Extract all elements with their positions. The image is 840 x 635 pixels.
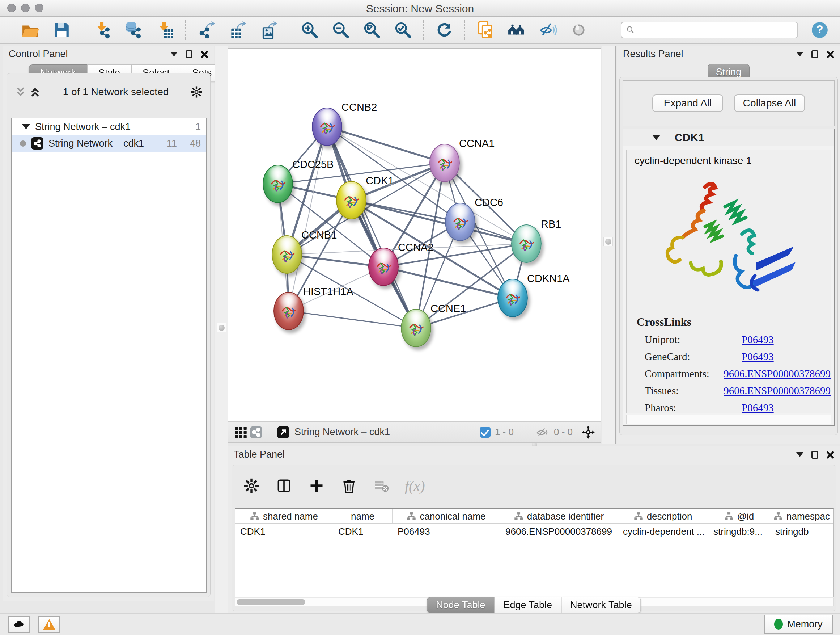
- network-node-hist1h1a[interactable]: [273, 292, 304, 330]
- table-cell[interactable]: CDK1: [235, 526, 333, 537]
- memory-button[interactable]: Memory: [764, 615, 833, 633]
- network-node-ccnb1[interactable]: [272, 235, 302, 274]
- right-splitter-handle[interactable]: [603, 237, 613, 246]
- network-tree-root-row[interactable]: String Network – cdk1 1: [12, 119, 206, 135]
- birds-eye-view-icon[interactable]: [276, 424, 291, 440]
- column-header-database-identifier[interactable]: database identifier: [500, 509, 618, 524]
- first-neighbors-button[interactable]: [507, 21, 526, 40]
- gene-collapse-icon[interactable]: [652, 135, 660, 140]
- collapse-all-button[interactable]: Collapse All: [734, 95, 805, 112]
- table-cell[interactable]: 9606.ENSP00000378699: [500, 526, 618, 537]
- left-splitter[interactable]: [215, 46, 228, 613]
- show-all-button[interactable]: [569, 21, 588, 40]
- table-panel-float-icon[interactable]: [812, 451, 818, 459]
- open-session-button[interactable]: [21, 21, 40, 40]
- grid-view-icon[interactable]: [233, 424, 248, 440]
- crosslink-link[interactable]: P06493: [742, 351, 774, 363]
- tab-network-table[interactable]: Network Table: [561, 597, 641, 613]
- collapse-all-icon[interactable]: [13, 85, 28, 99]
- crosslink-link[interactable]: 9606.ENSP00000378699: [723, 385, 831, 397]
- control-panel-float-icon[interactable]: [186, 50, 193, 58]
- clone-network-button[interactable]: [476, 21, 495, 40]
- delete-column-icon[interactable]: [340, 477, 358, 495]
- table-panel-close-icon[interactable]: [826, 451, 834, 459]
- cloud-button[interactable]: [8, 616, 30, 633]
- import-table-file-button[interactable]: [156, 21, 174, 40]
- zoom-fit-button[interactable]: [363, 21, 381, 40]
- warnings-button[interactable]: [38, 616, 60, 633]
- save-session-button[interactable]: [52, 21, 71, 40]
- column-header-shared-name[interactable]: shared name: [235, 509, 333, 524]
- network-edge[interactable]: [327, 127, 416, 328]
- export-table-button[interactable]: [228, 21, 247, 40]
- expand-all-icon[interactable]: [28, 85, 42, 99]
- network-tree-child-row[interactable]: String Network – cdk1 11 48: [12, 135, 206, 152]
- import-network-database-button[interactable]: [125, 21, 143, 40]
- column-header--id[interactable]: @id: [708, 509, 770, 524]
- control-panel-close-icon[interactable]: [201, 50, 208, 58]
- network-edge[interactable]: [384, 267, 513, 298]
- network-view-share-icon[interactable]: [248, 424, 264, 440]
- network-options-gear-icon[interactable]: [189, 85, 204, 99]
- network-node-ccne1[interactable]: [401, 309, 431, 347]
- function-builder-icon[interactable]: f(x): [405, 478, 425, 494]
- network-edge[interactable]: [289, 127, 327, 311]
- show-columns-icon[interactable]: [275, 477, 294, 495]
- export-image-button[interactable]: [259, 21, 278, 40]
- column-header-name[interactable]: name: [333, 509, 393, 524]
- scrollbar-thumb[interactable]: [237, 599, 305, 605]
- results-panel-close-icon[interactable]: [826, 50, 834, 58]
- fit-selected-crosshair-icon[interactable]: [581, 424, 596, 440]
- network-node-cdkn1a[interactable]: [497, 279, 528, 317]
- crosslink-link[interactable]: P06493: [742, 334, 774, 346]
- zoom-out-button[interactable]: [332, 21, 350, 40]
- results-panel-menu-icon[interactable]: [796, 52, 804, 57]
- network-canvas[interactable]: CCNB2 CCNA1 CDC25B CDK1 CDC6 RB1 CCNB1 C…: [228, 48, 601, 421]
- table-panel-menu-icon[interactable]: [796, 452, 804, 457]
- selected-nodes-checkbox[interactable]: [480, 427, 491, 438]
- delete-table-icon[interactable]: [372, 477, 391, 495]
- table-cell[interactable]: cyclin-dependent ...: [618, 526, 708, 537]
- network-node-ccnb2[interactable]: [312, 108, 342, 146]
- results-scroll-strip[interactable]: [626, 415, 831, 424]
- search-input[interactable]: [638, 25, 793, 36]
- collection-count: 1: [195, 121, 201, 133]
- column-header-canonical-name[interactable]: canonical name: [393, 509, 500, 524]
- network-node-cdc25b[interactable]: [263, 165, 293, 203]
- help-button[interactable]: ?: [810, 21, 829, 40]
- network-node-cdk1[interactable]: [336, 181, 366, 219]
- network-edge[interactable]: [327, 127, 445, 163]
- control-panel-menu-icon[interactable]: [171, 52, 178, 57]
- tree-collapse-icon[interactable]: [22, 124, 30, 129]
- hide-selected-button[interactable]: [538, 21, 557, 40]
- hidden-eye-icon[interactable]: [534, 424, 549, 440]
- column-header-description[interactable]: description: [618, 509, 708, 524]
- table-cell[interactable]: CDK1: [333, 526, 393, 537]
- table-cell[interactable]: stringdb: [770, 526, 834, 537]
- zoom-in-button[interactable]: [300, 21, 319, 40]
- expand-all-button[interactable]: Expand All: [652, 95, 723, 112]
- export-network-button[interactable]: [197, 21, 216, 40]
- network-node-rb1[interactable]: [511, 225, 542, 263]
- crosslink-link[interactable]: P06493: [742, 402, 774, 414]
- column-header-namespac[interactable]: namespac: [770, 509, 834, 524]
- tab-node-table[interactable]: Node Table: [427, 597, 494, 613]
- refresh-view-button[interactable]: [435, 21, 454, 40]
- right-splitter[interactable]: [602, 46, 616, 444]
- network-edge[interactable]: [289, 311, 416, 328]
- table-row[interactable]: CDK1CDK1P064939606.ENSP00000378699cyclin…: [235, 524, 834, 539]
- crosslink-link[interactable]: 9606.ENSP00000378699: [723, 368, 831, 380]
- table-cell[interactable]: P06493: [393, 526, 500, 537]
- network-node-ccna1[interactable]: [429, 144, 460, 182]
- table-options-gear-icon[interactable]: [242, 477, 261, 495]
- left-splitter-handle[interactable]: [217, 323, 226, 333]
- network-node-cdc6[interactable]: [445, 203, 475, 241]
- results-panel-float-icon[interactable]: [812, 50, 818, 58]
- gene-header-row[interactable]: CDK1: [623, 129, 834, 146]
- network-node-ccna2[interactable]: [368, 248, 399, 286]
- zoom-selected-button[interactable]: [393, 21, 412, 40]
- add-column-icon[interactable]: [307, 477, 326, 495]
- import-network-file-button[interactable]: [93, 21, 112, 40]
- tab-edge-table[interactable]: Edge Table: [494, 597, 561, 613]
- table-cell[interactable]: stringdb:9...: [708, 526, 770, 537]
